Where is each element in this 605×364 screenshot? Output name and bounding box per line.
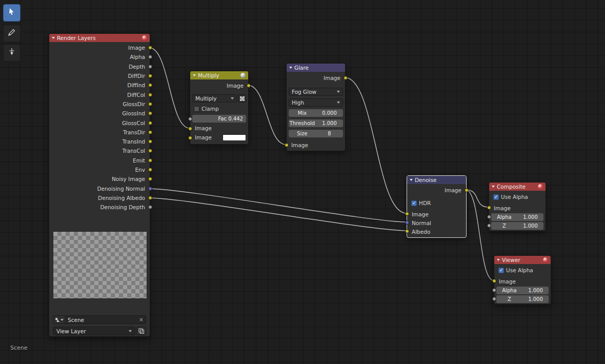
check-icon: ✓ (412, 201, 416, 206)
blend-mode-dropdown[interactable]: Multiply (192, 94, 237, 103)
output-socket[interactable] (247, 84, 251, 88)
glare-type-value: Fog Glow (292, 89, 316, 95)
output-socket[interactable] (148, 111, 152, 115)
view-layer-dropdown[interactable]: View Layer (53, 327, 135, 335)
node-title: Render Layers (57, 35, 95, 41)
multiply-header[interactable]: Multiply (190, 71, 248, 79)
field-value: 1.000 (316, 120, 343, 126)
output-socket[interactable] (465, 188, 469, 192)
node-glare[interactable]: Glare Image Fog Glow High Mix 0.000 Thre… (286, 63, 346, 151)
output-socket[interactable] (148, 83, 152, 87)
output-socket[interactable] (148, 139, 152, 144)
color-swatch[interactable] (223, 134, 246, 141)
alpha-field[interactable]: Alpha 1.000 (496, 287, 549, 294)
z-field[interactable]: Z 1.000 (496, 295, 549, 303)
clamp-row: Clamp (190, 105, 248, 113)
alpha-input-socket[interactable] (492, 288, 496, 292)
node-title: Viewer (502, 257, 520, 263)
quality-dropdown[interactable]: High (289, 98, 343, 107)
scene-icon (55, 317, 60, 322)
render-layers-outputs: ImageAlphaDepthDiffDirDiffIndDiffColGlos… (49, 43, 150, 212)
view-layer-image-button[interactable] (136, 327, 146, 335)
collapse-arrow-icon[interactable] (492, 186, 495, 188)
output-socket[interactable] (148, 102, 152, 106)
output-socket[interactable] (148, 177, 152, 181)
scene-name-field[interactable]: Scene (65, 316, 137, 323)
compositor-node-editor[interactable]: Render Layers ImageAlphaDepthDiffDirDiff… (0, 0, 605, 364)
use-alpha-checkbox[interactable]: ✓ (498, 268, 504, 273)
render-layers-header[interactable]: Render Layers (49, 34, 150, 42)
field-label: Size (289, 131, 316, 136)
threshold-field[interactable]: Threshold 1.000 (289, 119, 343, 127)
render-layers-output-row: TransDir (49, 128, 150, 137)
image-input-socket[interactable] (405, 212, 409, 216)
size-field[interactable]: Size 8 (289, 130, 343, 137)
use-alpha-row: ✓ Use Alpha (489, 193, 546, 201)
image-input-socket[interactable] (492, 279, 496, 283)
socket-label: Image (195, 125, 212, 131)
check-icon: ✓ (499, 268, 503, 273)
image2-input-socket[interactable] (188, 136, 192, 140)
use-alpha-checkbox[interactable]: ✓ (493, 194, 499, 200)
node-denoise[interactable]: Denoise Image ✓ HDR Image Normal Albedo (407, 175, 467, 238)
scene-selector[interactable]: Scene × (53, 315, 146, 324)
output-socket[interactable] (148, 196, 152, 200)
output-socket[interactable] (148, 149, 152, 153)
output-socket[interactable] (148, 65, 152, 69)
alpha-input-socket[interactable] (487, 215, 491, 219)
output-socket[interactable] (148, 55, 152, 59)
hdr-checkbox[interactable]: ✓ (411, 200, 417, 206)
collapse-arrow-icon[interactable] (497, 259, 500, 261)
fac-slider[interactable]: Fac 0.442 (192, 115, 246, 123)
socket-label: Image (499, 278, 516, 285)
node-composite[interactable]: Composite ✓ Use Alpha Image Alpha 1.000 … (489, 182, 546, 231)
image-swatch-button[interactable] (238, 94, 246, 103)
output-socket[interactable] (344, 76, 348, 80)
output-socket[interactable] (148, 187, 152, 191)
output-socket[interactable] (148, 168, 152, 172)
collapse-arrow-icon[interactable] (52, 37, 55, 39)
z-input-socket[interactable] (492, 297, 496, 301)
output-socket[interactable] (148, 121, 152, 125)
annotate-tool-button[interactable] (3, 25, 21, 42)
output-socket[interactable] (148, 46, 152, 50)
z-input-socket[interactable] (487, 224, 491, 228)
socket-label: Depth (129, 64, 145, 70)
collapse-arrow-icon[interactable] (193, 74, 196, 76)
viewer-header[interactable]: Viewer (494, 256, 551, 264)
normal-input-socket[interactable] (405, 220, 409, 225)
quality-value: High (292, 99, 304, 106)
collapse-arrow-icon[interactable] (410, 179, 413, 181)
links-cut-tool-button[interactable] (3, 44, 21, 62)
glare-header[interactable]: Glare (287, 64, 345, 72)
close-icon[interactable]: × (137, 316, 146, 323)
output-socket[interactable] (148, 93, 152, 97)
image-input-socket[interactable] (285, 143, 289, 147)
node-multiply[interactable]: Multiply Image Multiply Clamp Fac 0.442 … (190, 71, 249, 145)
scene-browse-button[interactable] (53, 316, 65, 323)
alpha-field[interactable]: Alpha 1.000 (491, 213, 543, 221)
output-socket[interactable] (148, 205, 152, 209)
render-layers-output-row: GlossCol (49, 118, 150, 127)
tweak-tool-button[interactable] (3, 4, 21, 22)
output-socket[interactable] (148, 130, 152, 134)
z-field[interactable]: Z 1.000 (491, 222, 543, 230)
node-link (248, 85, 286, 145)
composite-header[interactable]: Composite (489, 183, 546, 191)
render-layers-output-row: DiffInd (49, 80, 150, 90)
material-icon (240, 73, 246, 78)
denoise-header[interactable]: Denoise (407, 176, 466, 184)
node-viewer[interactable]: Viewer ✓ Use Alpha Image Alpha 1.000 Z 1… (494, 255, 551, 305)
output-socket[interactable] (148, 74, 152, 78)
mix-field[interactable]: Mix 0.000 (289, 109, 343, 117)
clamp-checkbox[interactable] (194, 106, 199, 112)
collapse-arrow-icon[interactable] (289, 67, 292, 69)
image-input-socket[interactable] (188, 127, 192, 131)
node-render-layers[interactable]: Render Layers ImageAlphaDepthDiffDirDiff… (49, 33, 150, 337)
image-input-socket[interactable] (487, 206, 491, 210)
glare-type-dropdown[interactable]: Fog Glow (289, 88, 343, 96)
albedo-input-socket[interactable] (405, 229, 409, 233)
output-socket[interactable] (148, 158, 152, 163)
hdr-label: HDR (419, 200, 431, 206)
fac-input-socket[interactable] (188, 117, 192, 121)
